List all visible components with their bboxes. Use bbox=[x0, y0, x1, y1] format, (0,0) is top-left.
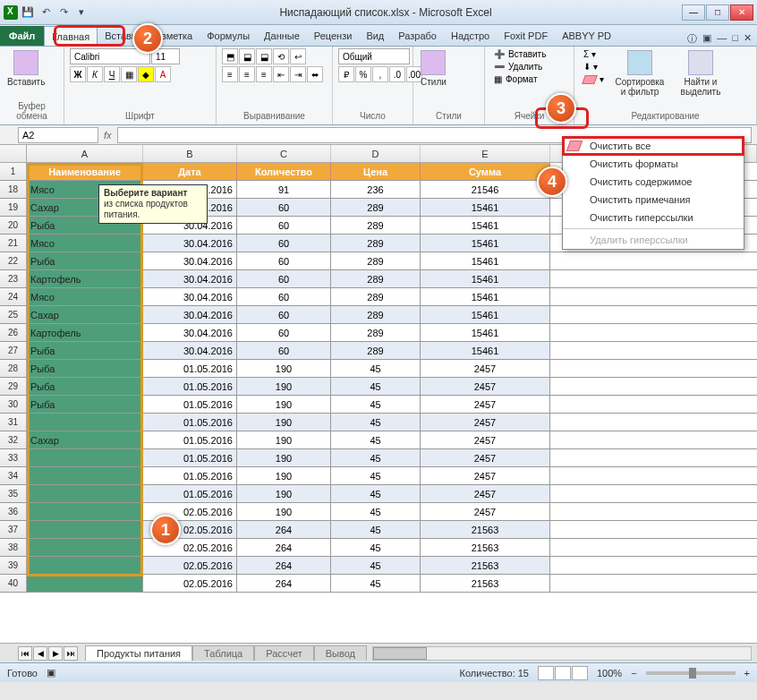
cell[interactable]: 236 bbox=[331, 181, 421, 198]
cell[interactable]: 190 bbox=[237, 503, 331, 520]
clear-comments-item[interactable]: Очистить примечания bbox=[563, 191, 744, 209]
cell[interactable]: 264 bbox=[237, 575, 331, 592]
align-middle-button[interactable]: ⬓ bbox=[239, 48, 255, 64]
row-header[interactable]: 30 bbox=[0, 396, 27, 413]
cell[interactable]: 2457 bbox=[421, 503, 550, 520]
cell[interactable]: 60 bbox=[237, 288, 331, 305]
align-right-button[interactable]: ≡ bbox=[256, 66, 272, 82]
cell[interactable]: Мясо bbox=[27, 235, 143, 252]
row-header[interactable]: 35 bbox=[0, 485, 27, 502]
excel-icon[interactable] bbox=[4, 5, 18, 20]
underline-button[interactable]: Ч bbox=[104, 66, 120, 82]
cell[interactable]: 289 bbox=[331, 342, 421, 359]
table-row[interactable]: 3702.05.20162644521563 bbox=[0, 521, 757, 539]
cell[interactable]: 01.05.2016 bbox=[143, 360, 237, 377]
cell[interactable]: 45 bbox=[331, 396, 421, 413]
clear-contents-item[interactable]: Очистить содержимое bbox=[563, 173, 744, 191]
cell[interactable]: 01.05.2016 bbox=[143, 378, 237, 395]
zoom-slider[interactable] bbox=[646, 671, 736, 675]
table-row[interactable]: 26Картофель30.04.20166028915461 bbox=[0, 324, 757, 342]
row-header[interactable]: 36 bbox=[0, 503, 27, 520]
cell[interactable]: 45 bbox=[331, 467, 421, 484]
row-header[interactable]: 34 bbox=[0, 467, 27, 484]
row-header[interactable]: 33 bbox=[0, 449, 27, 466]
styles-button[interactable]: Стили bbox=[419, 48, 448, 89]
tab-abbyy[interactable]: ABBYY PD bbox=[555, 26, 618, 46]
cell[interactable]: 2457 bbox=[421, 378, 550, 395]
cell[interactable]: 2457 bbox=[421, 449, 550, 466]
cells-format-button[interactable]: ▦Формат bbox=[490, 73, 549, 85]
zoom-thumb[interactable] bbox=[689, 668, 696, 679]
row-header[interactable]: 39 bbox=[0, 557, 27, 574]
hdr-qty[interactable]: Количество bbox=[237, 163, 331, 180]
cell[interactable]: 289 bbox=[331, 288, 421, 305]
row-header[interactable]: 24 bbox=[0, 288, 27, 305]
table-row[interactable]: 29Рыба01.05.2016190452457 bbox=[0, 378, 757, 396]
table-row[interactable]: 3501.05.2016190452457 bbox=[0, 485, 757, 503]
cell[interactable]: 30.04.2016 bbox=[143, 288, 237, 305]
cell[interactable]: 264 bbox=[237, 557, 331, 574]
select-all-corner[interactable] bbox=[0, 145, 27, 162]
cell[interactable]: 01.05.2016 bbox=[143, 431, 237, 448]
cell[interactable]: 289 bbox=[331, 252, 421, 269]
paste-button[interactable]: Вставить bbox=[5, 48, 47, 89]
table-row[interactable]: 24Мясо30.04.20166028915461 bbox=[0, 288, 757, 306]
align-left-button[interactable]: ≡ bbox=[222, 66, 238, 82]
table-row[interactable]: 3101.05.2016190452457 bbox=[0, 414, 757, 431]
fill-button[interactable]: ⬇ ▾ bbox=[580, 61, 608, 73]
increase-decimal-button[interactable]: .0 bbox=[389, 66, 405, 82]
macro-record-icon[interactable]: ▣ bbox=[47, 667, 55, 679]
hdr-name[interactable]: Наименование bbox=[27, 163, 143, 180]
zoom-out-button[interactable]: − bbox=[631, 668, 636, 679]
comma-button[interactable]: , bbox=[372, 66, 388, 82]
table-row[interactable]: 4002.05.20162644521563 bbox=[0, 575, 757, 593]
cell[interactable]: 60 bbox=[237, 324, 331, 341]
cell[interactable]: 01.05.2016 bbox=[143, 396, 237, 413]
cell[interactable]: 30.04.2016 bbox=[143, 342, 237, 359]
row-header[interactable]: 38 bbox=[0, 539, 27, 556]
align-bottom-button[interactable]: ⬓ bbox=[256, 48, 272, 64]
row-header[interactable]: 27 bbox=[0, 342, 27, 359]
cells-insert-button[interactable]: ➕Вставить bbox=[490, 48, 549, 60]
cell[interactable] bbox=[27, 414, 143, 431]
italic-button[interactable]: К bbox=[87, 66, 103, 82]
fill-color-button[interactable]: ◆ bbox=[138, 66, 154, 82]
cell[interactable] bbox=[27, 521, 143, 538]
fx-icon[interactable]: fx bbox=[104, 130, 112, 141]
cell[interactable]: 15461 bbox=[421, 270, 550, 287]
row-header[interactable]: 37 bbox=[0, 521, 27, 538]
row-header[interactable]: 20 bbox=[0, 217, 27, 234]
row-header[interactable]: 23 bbox=[0, 270, 27, 287]
cell[interactable]: 264 bbox=[237, 539, 331, 556]
cell[interactable]: 264 bbox=[237, 521, 331, 538]
cell[interactable] bbox=[27, 485, 143, 502]
table-row[interactable]: 32Сахар01.05.2016190452457 bbox=[0, 431, 757, 449]
cell[interactable]: Картофель bbox=[27, 324, 143, 341]
tab-developer[interactable]: Разрабо bbox=[391, 26, 444, 46]
orientation-button[interactable]: ⟲ bbox=[273, 48, 289, 64]
horizontal-scrollbar[interactable] bbox=[372, 646, 752, 661]
cell[interactable]: 60 bbox=[237, 199, 331, 216]
view-layout-icon[interactable] bbox=[555, 666, 571, 680]
cell[interactable]: 190 bbox=[237, 396, 331, 413]
row-header[interactable]: 26 bbox=[0, 324, 27, 341]
zoom-in-button[interactable]: + bbox=[744, 668, 750, 679]
cell[interactable]: 01.05.2016 bbox=[143, 414, 237, 431]
cell[interactable]: 21563 bbox=[421, 557, 550, 574]
cell[interactable]: 45 bbox=[331, 503, 421, 520]
row-header[interactable]: 21 bbox=[0, 235, 27, 252]
col-header-A[interactable]: A bbox=[27, 145, 143, 162]
sheet-last-icon[interactable]: ⏭ bbox=[64, 646, 78, 661]
table-row[interactable]: 3301.05.2016190452457 bbox=[0, 449, 757, 467]
percent-button[interactable]: % bbox=[355, 66, 371, 82]
cell[interactable]: 91 bbox=[237, 181, 331, 198]
scroll-thumb[interactable] bbox=[373, 647, 427, 660]
autosum-button[interactable]: Σ ▾ bbox=[580, 48, 608, 60]
row-header[interactable]: 29 bbox=[0, 378, 27, 395]
view-break-icon[interactable] bbox=[572, 666, 588, 680]
save-icon[interactable]: 💾 bbox=[20, 4, 36, 21]
ribbon-minimize-icon[interactable]: ▣ bbox=[702, 32, 711, 46]
decrease-indent-button[interactable]: ⇤ bbox=[273, 66, 289, 82]
redo-icon[interactable]: ↷ bbox=[55, 4, 72, 21]
cell[interactable]: 15461 bbox=[421, 199, 550, 216]
